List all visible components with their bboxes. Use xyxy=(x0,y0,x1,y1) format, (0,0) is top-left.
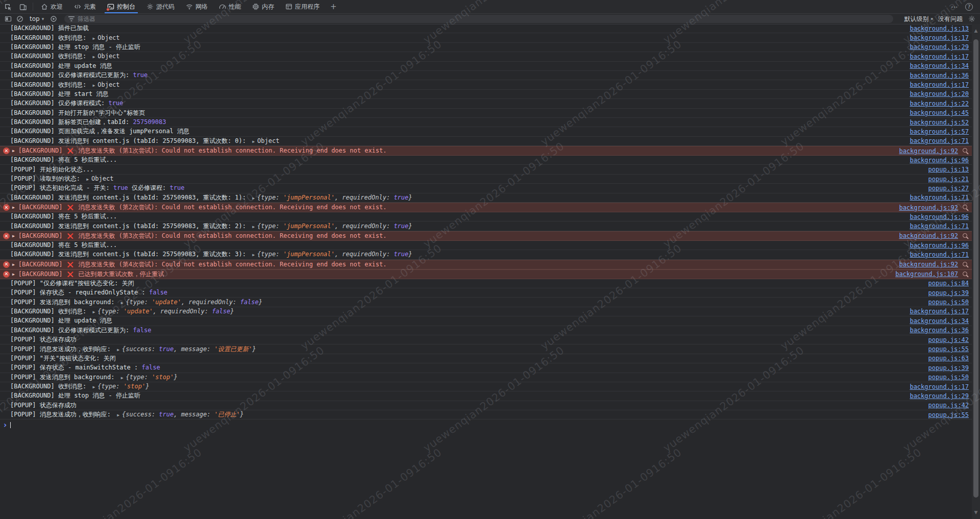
console-log-message: [POPUP] 保存状态 - requiredOnlyState : false… xyxy=(0,288,972,298)
tab-welcome[interactable]: 欢迎 xyxy=(35,0,68,13)
log-level-selector[interactable]: 默认级别 ▾ xyxy=(904,15,933,23)
source-link[interactable]: popup.js:27 xyxy=(928,185,969,192)
source-link[interactable]: popup.js:63 xyxy=(928,355,969,362)
home-icon xyxy=(41,3,48,10)
tab-memory[interactable]: 内存 xyxy=(247,0,280,13)
console-settings-gear-icon[interactable] xyxy=(968,15,976,23)
scrollbar-thumb[interactable] xyxy=(973,39,978,498)
console-prompt[interactable]: › xyxy=(0,419,972,431)
tab-console[interactable]: 控制台 xyxy=(102,0,141,13)
message-text: [POPUP] 保存状态 - requiredOnlyState : false xyxy=(10,288,167,297)
source-link[interactable]: popup.js:50 xyxy=(928,374,969,381)
expand-caret-icon[interactable]: ▶ xyxy=(86,177,89,182)
expand-caret-icon[interactable]: ▶ xyxy=(121,376,124,380)
source-link[interactable]: background.js:13 xyxy=(910,25,969,32)
source-link[interactable]: popup.js:42 xyxy=(928,336,969,343)
console-sidebar-icon[interactable] xyxy=(4,15,12,23)
device-toolbar-icon[interactable] xyxy=(15,0,31,13)
expand-caret-icon[interactable]: ▶ xyxy=(252,253,255,257)
source-link[interactable]: background.js:107 xyxy=(895,270,958,278)
expand-caret-icon[interactable]: ▶ xyxy=(117,348,119,352)
source-link[interactable]: background.js:71 xyxy=(910,223,969,230)
issues-status[interactable]: 没有问题 xyxy=(938,15,963,23)
tab-performance[interactable]: 性能 xyxy=(213,0,247,13)
source-link[interactable]: popup.js:39 xyxy=(928,364,969,372)
source-link[interactable]: background.js:17 xyxy=(910,34,969,41)
help-icon[interactable]: ? xyxy=(965,3,973,11)
clear-console-icon[interactable] xyxy=(16,15,24,23)
source-link[interactable]: background.js:20 xyxy=(910,90,969,97)
source-link[interactable]: background.js:92 xyxy=(899,147,958,155)
source-link[interactable]: background.js:96 xyxy=(910,213,969,220)
source-link[interactable]: popup.js:84 xyxy=(928,280,969,287)
scrollbar[interactable]: ▲ ▼ xyxy=(972,24,980,519)
expand-caret-icon[interactable]: ▶ xyxy=(92,83,95,88)
source-link[interactable]: background.js:57 xyxy=(910,128,969,135)
tab-sources[interactable]: 源代码 xyxy=(141,0,180,13)
source-link[interactable]: background.js:92 xyxy=(899,232,958,239)
expand-caret-icon[interactable]: ▶ xyxy=(12,272,15,277)
expand-caret-icon[interactable]: ▶ xyxy=(121,301,124,305)
scroll-up-icon[interactable]: ▲ xyxy=(972,28,980,33)
inspect-element-icon[interactable] xyxy=(0,0,15,13)
expand-caret-icon[interactable]: ▶ xyxy=(12,262,15,267)
filter-icon xyxy=(68,16,75,21)
source-link[interactable]: background.js:71 xyxy=(910,251,969,258)
source-link[interactable]: popup.js:42 xyxy=(928,402,969,409)
source-link[interactable]: background.js:92 xyxy=(899,261,958,268)
console-log-message: [BACKGROUND] 收到消息: ▶{type: 'stop'}backgr… xyxy=(0,382,972,391)
tab-network[interactable]: 网络 xyxy=(180,0,213,13)
source-link[interactable]: background.js:36 xyxy=(910,72,969,79)
expand-caret-icon[interactable]: ▶ xyxy=(92,55,95,59)
source-link[interactable]: popup.js:39 xyxy=(928,289,969,296)
expand-caret-icon[interactable]: ▶ xyxy=(117,413,119,417)
source-link[interactable]: background.js:45 xyxy=(910,109,969,116)
more-options-icon[interactable]: ⋯ xyxy=(946,3,963,11)
expand-caret-icon[interactable]: ▶ xyxy=(252,225,255,229)
source-link[interactable]: background.js:96 xyxy=(910,242,969,249)
search-similar-icon[interactable] xyxy=(962,233,969,239)
expand-caret-icon[interactable]: ▶ xyxy=(92,310,95,314)
search-similar-icon[interactable] xyxy=(962,271,969,278)
source-link[interactable]: background.js:22 xyxy=(910,100,969,107)
source-link[interactable]: popup.js:55 xyxy=(928,411,969,418)
source-link[interactable]: background.js:96 xyxy=(910,157,969,164)
source-link[interactable]: background.js:17 xyxy=(910,383,969,390)
search-similar-icon[interactable] xyxy=(962,261,969,268)
source-link[interactable]: background.js:17 xyxy=(910,53,969,60)
frame-context-selector[interactable]: top ▾ xyxy=(28,15,46,22)
tab-elements[interactable]: 元素 xyxy=(68,0,102,13)
expand-caret-icon[interactable]: ▶ xyxy=(252,139,255,144)
tab-application[interactable]: 应用程序 xyxy=(280,0,325,13)
source-link[interactable]: background.js:92 xyxy=(899,204,958,211)
source-link[interactable]: popup.js:13 xyxy=(928,166,969,173)
source-link[interactable]: background.js:52 xyxy=(910,119,969,126)
source-link[interactable]: background.js:71 xyxy=(910,194,969,201)
filter-input[interactable] xyxy=(78,16,889,22)
expand-caret-icon[interactable]: ▶ xyxy=(92,385,95,389)
source-link[interactable]: background.js:34 xyxy=(910,62,969,69)
expand-caret-icon[interactable]: ▶ xyxy=(92,36,95,41)
expand-caret-icon[interactable]: ▶ xyxy=(12,234,15,238)
source-link[interactable]: background.js:71 xyxy=(910,137,969,144)
source-link[interactable]: background.js:29 xyxy=(910,43,969,51)
source-link[interactable]: background.js:17 xyxy=(910,308,969,315)
scroll-down-icon[interactable]: ▼ xyxy=(972,510,980,515)
source-link[interactable]: popup.js:21 xyxy=(928,176,969,183)
message-text: [BACKGROUND] 发送消息到 content.js (tabId: 25… xyxy=(10,250,412,259)
live-expression-icon[interactable] xyxy=(50,15,58,23)
source-link[interactable]: background.js:29 xyxy=(910,392,969,400)
message-segment: } xyxy=(408,194,412,201)
search-similar-icon[interactable] xyxy=(962,204,969,211)
source-link[interactable]: background.js:34 xyxy=(910,317,969,325)
filter-box[interactable] xyxy=(64,15,893,23)
more-tabs-button[interactable]: + xyxy=(325,0,342,13)
expand-caret-icon[interactable]: ▶ xyxy=(12,205,15,210)
source-link[interactable]: popup.js:50 xyxy=(928,299,969,306)
expand-caret-icon[interactable]: ▶ xyxy=(12,149,15,153)
source-link[interactable]: background.js:17 xyxy=(910,81,969,88)
source-link[interactable]: background.js:36 xyxy=(910,327,969,334)
source-link[interactable]: popup.js:55 xyxy=(928,345,969,353)
expand-caret-icon[interactable]: ▶ xyxy=(252,196,255,201)
search-similar-icon[interactable] xyxy=(962,147,969,154)
